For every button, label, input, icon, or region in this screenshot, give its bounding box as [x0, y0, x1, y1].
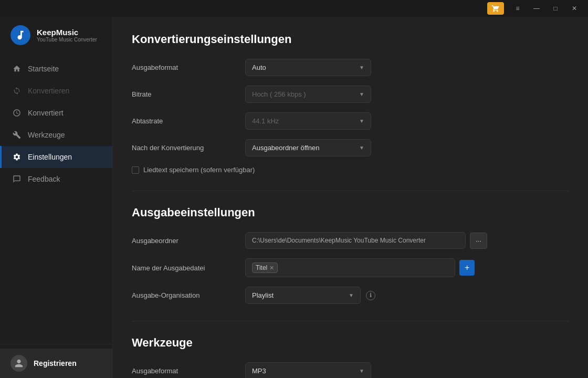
main-content: Konvertierungseinstellungen Ausgabeforma…	[113, 17, 588, 378]
clock-icon	[12, 108, 22, 118]
playlist-row: Playlist ▼ ℹ	[245, 287, 569, 304]
label-bitrate: Bitrate	[132, 90, 237, 98]
sidebar-bottom: Registrieren	[0, 344, 112, 378]
tools-icon	[12, 130, 22, 140]
chevron-down-icon: ▼	[359, 118, 364, 124]
label-werkzeuge-ausgabeformat: Ausgabeformat	[132, 367, 237, 375]
app-title-block: KeepMusic YouTube Music Converter	[37, 28, 97, 43]
info-icon[interactable]: ℹ	[366, 291, 375, 300]
control-nach-konvertierung: Ausgabeordner öffnen ▼	[245, 139, 569, 156]
section-title-werkzeuge: Werkzeuge	[132, 336, 569, 350]
control-abtastrate: 44.1 kHz ▼	[245, 112, 569, 130]
register-button[interactable]: Registrieren	[0, 349, 112, 378]
avatar	[10, 355, 27, 372]
section-werkzeuge: Werkzeuge Ausgabeformat MP3 ▼ Qualität 2…	[132, 336, 569, 378]
logo-icon	[10, 25, 30, 45]
sidebar-item-feedback[interactable]: Feedback	[0, 168, 112, 190]
section-title-konvertierung: Konvertierungseinstellungen	[132, 33, 569, 46]
row-ausgabe-organisation: Ausgabe-Organisation Playlist ▼ ℹ	[132, 287, 569, 304]
sidebar: KeepMusic YouTube Music Converter Starts…	[0, 17, 113, 378]
sidebar-item-startseite[interactable]: Startseite	[0, 58, 112, 80]
checkbox-liedtext-label: Liedtext speichern (sofern verfügbar)	[143, 166, 255, 174]
sidebar-label-startseite: Startseite	[28, 65, 59, 73]
control-werkzeuge-ausgabeformat: MP3 ▼	[245, 362, 569, 378]
dropdown-bitrate-value: Hoch ( 256 kbps )	[252, 90, 306, 98]
dropdown-abtastrate-value: 44.1 kHz	[252, 117, 279, 125]
divider-2	[132, 321, 569, 321]
dropdown-nach-konvertierung[interactable]: Ausgabeordner öffnen ▼	[245, 139, 371, 156]
sidebar-label-konvertieren: Konvertieren	[28, 87, 69, 95]
app-subtitle: YouTube Music Converter	[37, 37, 97, 43]
path-field-ausgabeordner: C:\Users\de\Documents\KeepMusic YouTube …	[245, 232, 466, 249]
chevron-down-icon: ▼	[359, 91, 364, 97]
control-ausgabeordner: C:\Users\de\Documents\KeepMusic YouTube …	[245, 232, 569, 249]
home-icon	[12, 64, 22, 74]
tag-titel-text: Titel	[256, 264, 267, 271]
tag-input-ausgabedatei: Titel ✕ +	[245, 258, 569, 277]
chevron-down-icon: ▼	[349, 292, 354, 298]
row-nach-konvertierung: Nach der Konvertierung Ausgabeordner öff…	[132, 139, 569, 156]
row-ausgabeordner: Ausgabeordner C:\Users\de\Documents\Keep…	[132, 232, 569, 249]
row-ausgabeformat: Ausgabeformat Auto ▼	[132, 59, 569, 76]
browse-button[interactable]: ···	[470, 233, 487, 249]
row-abtastrate: Abtastrate 44.1 kHz ▼	[132, 112, 569, 130]
feedback-icon	[12, 174, 22, 184]
dropdown-nach-konvertierung-value: Ausgabeordner öffnen	[252, 144, 319, 152]
sidebar-label-werkzeuge: Werkzeuge	[28, 131, 65, 139]
dropdown-ausgabeformat-value: Auto	[252, 64, 266, 71]
path-input-ausgabeordner: C:\Users\de\Documents\KeepMusic YouTube …	[245, 232, 569, 249]
sidebar-item-einstellungen[interactable]: Einstellungen	[0, 146, 112, 168]
register-label: Registrieren	[34, 359, 77, 368]
dropdown-werkzeuge-ausgabeformat-value: MP3	[252, 367, 266, 375]
app-container: KeepMusic YouTube Music Converter Starts…	[0, 17, 588, 378]
dropdown-abtastrate: 44.1 kHz ▼	[245, 112, 371, 130]
convert-icon	[12, 86, 22, 96]
close-button[interactable]: ✕	[565, 1, 584, 16]
label-ausgabeordner: Ausgabeordner	[132, 237, 237, 245]
divider-1	[132, 191, 569, 191]
app-logo: KeepMusic YouTube Music Converter	[0, 17, 112, 54]
sidebar-label-einstellungen: Einstellungen	[28, 153, 72, 161]
control-ausgabe-organisation: Playlist ▼ ℹ	[245, 287, 569, 304]
label-name-ausgabedatei: Name der Ausgabedatei	[132, 264, 237, 272]
section-ausgabeeinstellungen: Ausgabeeinstellungen Ausgabeordner C:\Us…	[132, 206, 569, 304]
titlebar: ≡ — □ ✕	[0, 0, 588, 17]
row-werkzeuge-ausgabeformat: Ausgabeformat MP3 ▼	[132, 362, 569, 378]
sidebar-label-feedback: Feedback	[28, 175, 60, 183]
hamburger-button[interactable]: ≡	[508, 1, 527, 16]
minimize-button[interactable]: —	[527, 1, 546, 16]
control-ausgabeformat: Auto ▼	[245, 59, 569, 76]
tag-titel: Titel ✕	[252, 262, 278, 273]
row-name-ausgabedatei: Name der Ausgabedatei Titel ✕ +	[132, 258, 569, 277]
add-tag-button[interactable]: +	[459, 260, 475, 276]
checkbox-liedtext-box[interactable]	[132, 166, 139, 174]
tag-titel-remove[interactable]: ✕	[269, 265, 274, 271]
sidebar-nav: Startseite Konvertieren Konvertiert	[0, 54, 112, 344]
chevron-down-icon: ▼	[359, 368, 364, 374]
app-name: KeepMusic	[37, 28, 97, 37]
dropdown-ausgabeformat[interactable]: Auto ▼	[245, 59, 371, 76]
dropdown-werkzeuge-ausgabeformat[interactable]: MP3 ▼	[245, 362, 371, 378]
control-bitrate: Hoch ( 256 kbps ) ▼	[245, 86, 569, 103]
cart-button[interactable]	[487, 2, 504, 15]
row-bitrate: Bitrate Hoch ( 256 kbps ) ▼	[132, 86, 569, 103]
label-ausgabeformat: Ausgabeformat	[132, 64, 237, 71]
label-ausgabe-organisation: Ausgabe-Organisation	[132, 291, 237, 299]
chevron-down-icon: ▼	[359, 145, 364, 151]
section-konvertierungseinstellungen: Konvertierungseinstellungen Ausgabeforma…	[132, 33, 569, 174]
sidebar-item-werkzeuge[interactable]: Werkzeuge	[0, 124, 112, 146]
sidebar-item-konvertiert[interactable]: Konvertiert	[0, 102, 112, 124]
maximize-button[interactable]: □	[546, 1, 565, 16]
settings-icon	[12, 152, 22, 162]
tag-field-ausgabedatei: Titel ✕	[245, 258, 455, 277]
dropdown-ausgabe-organisation[interactable]: Playlist ▼	[245, 287, 361, 304]
label-nach-konvertierung: Nach der Konvertierung	[132, 144, 237, 152]
sidebar-item-konvertieren: Konvertieren	[0, 80, 112, 102]
label-abtastrate: Abtastrate	[132, 117, 237, 125]
control-name-ausgabedatei: Titel ✕ +	[245, 258, 569, 277]
dropdown-bitrate: Hoch ( 256 kbps ) ▼	[245, 86, 371, 103]
dropdown-ausgabe-organisation-value: Playlist	[252, 291, 274, 299]
section-title-ausgabe: Ausgabeeinstellungen	[132, 206, 569, 219]
checkbox-liedtext[interactable]: Liedtext speichern (sofern verfügbar)	[132, 166, 569, 174]
chevron-down-icon: ▼	[359, 65, 364, 70]
